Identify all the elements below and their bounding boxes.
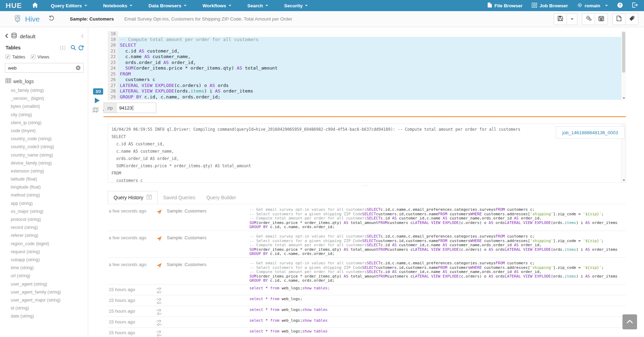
table-item-web-logs[interactable]: web_logs <box>6 78 88 84</box>
tab-saved-queries[interactable]: Saved Queries <box>158 191 201 204</box>
search-icon[interactable] <box>71 45 76 50</box>
home-button[interactable] <box>32 2 38 9</box>
hive-logo[interactable]: Hive <box>13 14 40 24</box>
history-row[interactable]: a few seconds agoSample: Customers-- Get… <box>108 257 626 284</box>
history-row[interactable]: a few seconds agoSample: Customers-- Get… <box>108 231 626 257</box>
query-history-button[interactable] <box>49 15 55 23</box>
new-query-button[interactable] <box>612 13 626 25</box>
code-line[interactable]: -- Compute total amount per order for al… <box>118 37 621 43</box>
history-query-snippet[interactable]: select * from web_logs;show tables <box>249 329 626 337</box>
column-item[interactable]: id (string) <box>11 304 88 312</box>
tab-query-builder[interactable]: Query Builder <box>201 191 242 204</box>
column-item[interactable]: user_agent_family (string) <box>11 288 88 296</box>
user-menu[interactable]: romain <box>577 3 608 9</box>
query-description[interactable]: Email Survey Opt-Ins, Customers for Ship… <box>124 16 292 22</box>
history-query-snippet[interactable]: select * from web_logs;show tables <box>249 308 626 316</box>
tab-query-history[interactable]: Query History <box>108 191 158 204</box>
history-query-name[interactable]: Sample: Customers <box>167 262 249 284</box>
log-output[interactable]: 16/04/29 06:59:55 INFO ql.Driver: Compil… <box>108 123 626 183</box>
column-item[interactable]: os_family (string) <box>11 87 88 95</box>
calendar-x-icon[interactable] <box>147 194 152 201</box>
history-query-snippet[interactable]: -- Get email survey opt-in values for al… <box>249 234 626 257</box>
code-line[interactable] <box>118 31 621 37</box>
hue-logo[interactable]: HUE <box>6 1 22 10</box>
help-button[interactable]: ? <box>617 2 623 9</box>
column-item[interactable]: record (string) <box>11 224 88 232</box>
code-line[interactable]: LATERAL VIEW EXPLODE(c.orders) o AS ords <box>118 83 621 89</box>
database-name[interactable]: default <box>20 33 35 39</box>
column-item[interactable]: country_code (string) <box>11 135 88 143</box>
history-query-snippet[interactable]: -- Get email survey opt-in values for al… <box>249 208 626 231</box>
menu-notebooks[interactable]: Notebooks <box>95 0 141 11</box>
code-line[interactable]: FROM <box>118 71 621 77</box>
column-item[interactable]: method (string) <box>11 191 88 199</box>
column-item[interactable]: bytes (smallint) <box>11 103 88 111</box>
sql-editor[interactable]: 181920212223242526272829 -- Compute tota… <box>108 31 626 100</box>
job-browser-link[interactable]: Job Browser <box>532 3 568 9</box>
column-item[interactable]: country_name (string) <box>11 151 88 159</box>
column-item[interactable]: extension (string) <box>11 167 88 175</box>
history-row[interactable]: 15 hours agoselect * from web_logs;show … <box>108 327 626 337</box>
history-query-name[interactable] <box>167 319 249 327</box>
history-query-name[interactable]: Sample: Customers <box>167 235 249 257</box>
logout-button[interactable] <box>632 2 638 9</box>
code-line[interactable]: LATERAL VIEW EXPLODE(ords.items) i AS or… <box>118 88 621 94</box>
save-options-button[interactable] <box>567 13 577 25</box>
history-row[interactable]: 15 hours agoselect * from web_logs; <box>108 295 626 306</box>
code-line[interactable]: GROUP BY c.id, c.name, ords.order_id; <box>118 94 621 100</box>
menu-workflows[interactable]: Workflows <box>195 0 239 11</box>
scroll-down-arrow-icon[interactable] <box>622 179 625 181</box>
code-line[interactable]: c.id AS customer_id, <box>118 48 621 54</box>
column-item[interactable]: request (string) <box>11 248 88 256</box>
scroll-down-arrow-icon[interactable] <box>622 97 625 99</box>
scroll-to-top-button[interactable] <box>622 314 637 329</box>
history-query-snippet[interactable]: -- Get email survey opt-in values for al… <box>249 261 626 284</box>
filter-tables-checkbox[interactable]: ✓ Tables <box>6 54 25 59</box>
history-query-name[interactable] <box>167 287 249 295</box>
statement-count-badge[interactable]: 3/3 <box>93 88 103 95</box>
execute-play-button[interactable] <box>95 98 100 103</box>
history-query-name[interactable] <box>167 298 249 306</box>
save-button[interactable] <box>554 13 567 25</box>
settings-button[interactable] <box>582 13 595 25</box>
code-line[interactable]: SELECT <box>118 42 621 48</box>
variable-input[interactable]: 94123 <box>116 103 156 113</box>
column-item[interactable]: _version_ (bigint) <box>11 95 88 103</box>
filter-views-checkbox[interactable]: ✓ Views <box>31 54 49 59</box>
history-row[interactable]: 15 hours agoselect * from web_logs;show … <box>108 284 626 295</box>
column-item[interactable]: os_major (string) <box>11 208 88 216</box>
history-row[interactable]: 15 hours agoselect * from web_logs;show … <box>108 306 626 316</box>
history-query-name[interactable]: Sample: Customers <box>167 208 249 231</box>
column-item[interactable]: city (string) <box>11 111 88 119</box>
tags-button[interactable] <box>625 13 638 25</box>
history-row[interactable]: a few seconds agoSample: Customers-- Get… <box>108 204 626 231</box>
menu-query-editors[interactable]: Query Editors <box>43 0 95 11</box>
back-chevron-icon[interactable] <box>5 33 8 39</box>
code-line[interactable]: ords.order_id AS order_id, <box>118 60 621 66</box>
column-item[interactable]: subapp (string) <box>11 256 88 264</box>
menu-search[interactable]: Search <box>239 0 276 11</box>
history-query-snippet[interactable]: select * from web_logs;show tables <box>249 319 626 327</box>
resize-handle[interactable]: ··· <box>358 118 373 122</box>
column-item[interactable]: client_ip (string) <box>11 119 88 127</box>
menu-security[interactable]: Security <box>276 0 316 11</box>
column-item[interactable]: country_code3 (string) <box>11 143 88 151</box>
schedule-button[interactable] <box>595 13 608 25</box>
column-item[interactable]: app (string) <box>11 200 88 208</box>
table-search-input[interactable]: web <box>5 63 84 73</box>
column-item[interactable]: referer (string) <box>11 232 88 240</box>
column-item[interactable]: url (string) <box>11 272 88 280</box>
column-item[interactable]: code (tinyint) <box>11 127 88 135</box>
code-line[interactable]: c.name AS customer_name, <box>118 54 621 60</box>
history-query-snippet[interactable]: select * from web_logs; <box>249 297 626 306</box>
query-name[interactable]: Sample: Customers <box>70 16 114 22</box>
column-item[interactable]: latitude (float) <box>11 175 88 183</box>
history-query-name[interactable] <box>167 308 249 316</box>
menu-data-browsers[interactable]: Data Browsers <box>140 0 195 11</box>
column-item[interactable]: time (string) <box>11 264 88 272</box>
file-browser-link[interactable]: File Browser <box>488 2 522 9</box>
history-row[interactable]: 15 hours agoselect * from web_logs;show … <box>108 316 626 327</box>
job-link[interactable]: job_1461888648136_0003 <box>562 130 618 135</box>
resize-handle[interactable]: ··· <box>358 184 373 187</box>
refresh-icon[interactable] <box>78 45 84 50</box>
